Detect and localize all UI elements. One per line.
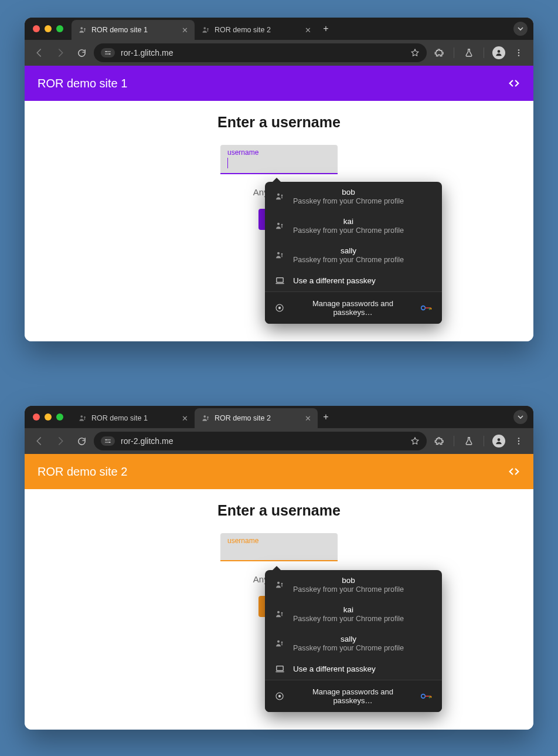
code-icon[interactable]	[508, 465, 520, 478]
tab-1[interactable]: ROR demo site 1 ✕	[72, 20, 195, 40]
key-icon	[421, 304, 433, 312]
passkey-sub: Passkey from your Chrome profile	[293, 197, 404, 205]
page-content: ROR demo site 1 Enter a username usernam…	[25, 66, 533, 341]
passkey-suggestion[interactable]: kai Passkey from your Chrome profile	[265, 599, 442, 629]
passkey-suggestion[interactable]: sally Passkey from your Chrome profile	[265, 240, 442, 270]
tab-strip: ROR demo site 1 ✕ ROR demo site 2 ✕ +	[25, 406, 533, 428]
window-minimize-button[interactable]	[45, 25, 52, 32]
back-button[interactable]	[30, 432, 48, 450]
profile-button[interactable]	[490, 44, 508, 62]
passkey-sub: Passkey from your Chrome profile	[293, 226, 404, 235]
window-close-button[interactable]	[33, 413, 40, 421]
new-tab-button[interactable]: +	[318, 23, 334, 34]
new-tab-button[interactable]: +	[318, 412, 334, 422]
close-icon[interactable]: ✕	[304, 26, 312, 35]
address-bar[interactable]: ror-2.glitch.me	[94, 432, 427, 450]
svg-rect-2	[84, 29, 85, 32]
passkey-name: sally	[293, 246, 404, 255]
tab-2[interactable]: ROR demo site 2 ✕	[195, 408, 318, 428]
close-icon[interactable]: ✕	[181, 26, 189, 35]
close-icon[interactable]: ✕	[304, 414, 312, 423]
svg-point-12	[277, 194, 280, 196]
bookmark-star-icon[interactable]	[410, 436, 420, 446]
bookmark-star-icon[interactable]	[410, 48, 420, 57]
input-label: username	[227, 148, 331, 157]
tab-title: ROR demo site 2	[215, 26, 299, 34]
svg-rect-42	[281, 613, 282, 616]
tab-dropdown-button[interactable]	[513, 22, 528, 36]
tab-strip: ROR demo site 1 ✕ ROR demo site 2 ✕ +	[25, 18, 533, 40]
svg-point-43	[277, 640, 280, 643]
passkey-icon	[79, 26, 87, 34]
svg-point-38	[281, 583, 283, 585]
window-zoom-button[interactable]	[56, 413, 63, 421]
use-different-passkey[interactable]: Use a different passkey	[265, 270, 442, 291]
window-minimize-button[interactable]	[45, 413, 52, 421]
extensions-icon[interactable]	[430, 44, 448, 62]
extensions-icon[interactable]	[430, 432, 448, 450]
app-header: ROR demo site 1	[25, 66, 533, 101]
labs-icon[interactable]	[460, 44, 478, 62]
svg-point-24	[421, 306, 426, 310]
svg-point-37	[277, 582, 280, 584]
forward-button[interactable]	[52, 432, 69, 450]
svg-point-34	[518, 438, 519, 439]
menu-icon[interactable]	[510, 432, 528, 450]
passkey-icon	[274, 639, 285, 648]
use-different-label: Use a different passkey	[293, 665, 376, 673]
back-button[interactable]	[30, 44, 48, 62]
passkey-suggestion[interactable]: sally Passkey from your Chrome profile	[265, 629, 442, 658]
tab-title: ROR demo site 1	[91, 26, 176, 34]
svg-rect-21	[276, 278, 283, 283]
svg-rect-30	[207, 418, 208, 420]
tab-dropdown-button[interactable]	[513, 410, 528, 424]
site-settings-icon[interactable]	[101, 48, 115, 57]
passkey-icon	[274, 192, 285, 201]
passkey-icon	[274, 609, 285, 619]
passkey-suggestion[interactable]: bob Passkey from your Chrome profile	[265, 570, 442, 599]
svg-rect-27	[84, 418, 85, 420]
tab-1[interactable]: ROR demo site 1 ✕	[72, 408, 195, 428]
profile-button[interactable]	[490, 432, 508, 450]
forward-button[interactable]	[52, 44, 69, 62]
window-close-button[interactable]	[33, 25, 40, 32]
close-icon[interactable]: ✕	[181, 414, 189, 423]
main-content: Enter a username username Any usernam bo…	[25, 489, 533, 619]
chrome-top: ROR demo site 1 ✕ ROR demo site 2 ✕ +	[25, 406, 533, 454]
passkey-suggestion[interactable]: bob Passkey from your Chrome profile	[265, 182, 442, 211]
svg-point-16	[281, 224, 283, 226]
svg-point-32	[109, 442, 110, 443]
code-icon[interactable]	[508, 77, 520, 90]
username-field[interactable]: username	[220, 533, 338, 561]
svg-rect-46	[276, 666, 283, 671]
app-header: ROR demo site 2	[25, 454, 533, 489]
browser-window-1: ROR demo site 1 ✕ ROR demo site 2 ✕ +	[25, 18, 533, 341]
svg-rect-45	[281, 643, 282, 645]
reload-button[interactable]	[73, 44, 90, 62]
reload-button[interactable]	[73, 432, 90, 450]
site-settings-icon[interactable]	[101, 436, 115, 446]
labs-icon[interactable]	[460, 432, 478, 450]
use-different-passkey[interactable]: Use a different passkey	[265, 658, 442, 680]
traffic-lights	[33, 25, 63, 32]
svg-point-13	[281, 195, 283, 196]
username-field[interactable]: username	[220, 145, 338, 174]
svg-point-8	[498, 50, 501, 53]
svg-point-28	[203, 415, 206, 418]
text-cursor	[227, 158, 228, 168]
passkey-sub: Passkey from your Chrome profile	[293, 615, 404, 623]
svg-point-33	[498, 438, 501, 441]
input-label: username	[227, 537, 331, 545]
address-bar[interactable]: ror-1.glitch.me	[94, 43, 427, 62]
window-zoom-button[interactable]	[56, 25, 63, 32]
svg-point-18	[277, 252, 280, 255]
manage-passwords[interactable]: Manage passwords and passkeys…	[265, 680, 442, 712]
manage-passwords[interactable]: Manage passwords and passkeys…	[265, 292, 442, 324]
url-text: ror-2.glitch.me	[121, 436, 404, 446]
passkey-icon	[202, 26, 210, 34]
tab-2[interactable]: ROR demo site 2 ✕	[195, 20, 318, 40]
passkey-suggestion[interactable]: kai Passkey from your Chrome profile	[265, 211, 442, 240]
page-content: ROR demo site 2 Enter a username usernam…	[25, 454, 533, 730]
menu-icon[interactable]	[510, 44, 528, 62]
svg-rect-5	[207, 29, 208, 32]
